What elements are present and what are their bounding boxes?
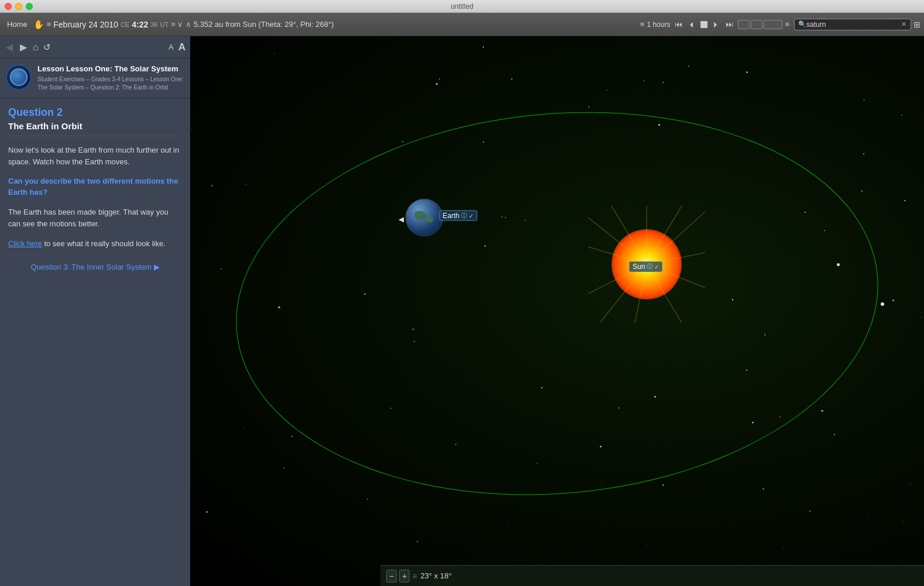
skip-end-button[interactable]: ⏭ [723, 19, 736, 29]
search-input[interactable] [806, 20, 900, 29]
star [784, 548, 785, 549]
svg-line-7 [647, 264, 682, 323]
earth-body [406, 199, 444, 237]
lesson-title-area: Lesson Lesson One: The Solar System Stud… [37, 64, 184, 92]
back-button[interactable]: ◀ [5, 40, 14, 54]
star [920, 317, 922, 319]
earth-label: Earth ⓘ ✓ [439, 211, 478, 221]
earth[interactable]: ◀ Earth ⓘ ✓ [406, 199, 444, 237]
star [274, 53, 276, 54]
main-view[interactable]: Sun ⓘ ✓ ◀ Earth ⓘ ✓ − + ≡ 23° x 18 [190, 36, 924, 586]
star [861, 190, 863, 191]
lesson-logo [6, 64, 32, 90]
navbar: ◀ ▶ ⌂ ↺ A A [0, 36, 190, 58]
fov-display: 23° x 18° [421, 571, 452, 580]
view-btn-1[interactable] [738, 20, 750, 29]
hand-icon[interactable]: ✋ [33, 19, 44, 30]
earth-check-icon[interactable]: ✓ [469, 212, 473, 219]
fov-minus-button[interactable]: − [386, 570, 397, 582]
space-canvas[interactable]: Sun ⓘ ✓ ◀ Earth ⓘ ✓ − + ≡ 23° x 18 [190, 36, 924, 586]
sun[interactable]: Sun ⓘ ✓ [612, 229, 682, 299]
svg-line-8 [635, 264, 647, 323]
lesson-content: Question 2 The Earth in Orbit Now let's … [0, 98, 190, 280]
earth-label-text: Earth [443, 212, 460, 220]
sun-check-icon[interactable]: ✓ [654, 264, 659, 270]
traffic-lights [5, 3, 33, 10]
minimize-button[interactable] [15, 3, 22, 10]
earth-land-2 [427, 217, 434, 223]
view-btn-full[interactable] [764, 20, 782, 29]
toolbar-hours: 1 hours [647, 20, 670, 29]
toolbar-time: 4:22 [132, 20, 148, 29]
home-label: Home [7, 20, 28, 29]
svg-line-0 [588, 218, 647, 264]
nav-home-button[interactable]: ⌂ [33, 42, 39, 53]
toolbar-seconds: 36 [150, 21, 157, 28]
question-link-area: Click here to see what it really should … [8, 238, 182, 249]
earth-arrow-icon: ◀ [399, 215, 404, 223]
font-large-button[interactable]: A [178, 42, 186, 53]
toolbar-location: 5.352 au from Sun (Theta: 29°, Phi: 268°… [194, 20, 334, 29]
forward-button[interactable]: ▶ [19, 40, 28, 54]
toolbar-date: February 24 [53, 20, 97, 29]
question-body: Now let's look at the Earth from much fu… [8, 144, 182, 168]
nav-refresh-button[interactable]: ↺ [43, 42, 51, 53]
svg-line-3 [647, 206, 682, 264]
star [243, 428, 245, 429]
sun-info-icon[interactable]: ⓘ [647, 263, 652, 271]
view-btn-2[interactable] [751, 20, 762, 29]
home-button[interactable]: Home [4, 19, 31, 30]
question-prompt: Can you describe the two different motio… [8, 176, 182, 198]
star [904, 200, 906, 202]
earth-info-icon[interactable]: ⓘ [461, 212, 467, 220]
star [868, 514, 868, 515]
bottom-bar: − + ≡ 23° x 18° [380, 565, 924, 586]
earth-land-1 [415, 211, 427, 220]
fov-plus-button[interactable]: + [399, 570, 410, 582]
star [688, 66, 689, 67]
next-button[interactable]: ⏵ [710, 19, 722, 29]
menu-icon[interactable]: ≡ [47, 20, 51, 29]
skip-start-button[interactable]: ⏮ [672, 19, 685, 29]
search-clear-button[interactable]: ✕ [901, 20, 906, 28]
star [402, 141, 403, 142]
star [607, 89, 608, 91]
question-title: The Earth in Orbit [8, 121, 182, 131]
stop-button[interactable] [700, 21, 707, 28]
star [762, 488, 764, 490]
view-menu-icon[interactable]: ≡ [640, 20, 645, 29]
orbit-ellipse [220, 86, 894, 520]
star [439, 78, 440, 80]
star [834, 434, 835, 435]
font-small-button[interactable]: A [169, 43, 174, 51]
sun-label: Sun ⓘ ✓ [629, 261, 662, 272]
play-controls: ⏮ ⏴ ⏵ ⏭ [672, 19, 736, 29]
toolbar-ce: CE [121, 21, 129, 28]
next-question-button[interactable]: Question 3: The Inner Solar System ▶ [8, 263, 182, 271]
star [662, 82, 664, 84]
view-buttons [738, 20, 782, 29]
star [588, 106, 589, 108]
toolbar: Home ✋ ≡ February 24 2010 CE 4:22 36 UT … [0, 13, 924, 36]
view-options-icon[interactable]: ≡ [785, 20, 789, 29]
star [283, 467, 284, 468]
fov-menu-icon[interactable]: ≡ [412, 571, 417, 581]
lesson-logo-inner [10, 68, 28, 86]
lesson-title: Lesson Lesson One: The Solar System [37, 64, 184, 74]
star [809, 511, 810, 512]
star [436, 83, 438, 85]
lesson-breadcrumb: Student Exercises – Grades 3-4 Lessons –… [37, 75, 184, 92]
click-here-link[interactable]: Click here [8, 239, 42, 248]
time-control-icons[interactable]: ≡ ∨ ∧ [171, 20, 191, 29]
toolbar-ut: UT [160, 21, 169, 28]
toolbar-year: 2010 [100, 20, 118, 29]
prev-button[interactable]: ⏴ [686, 19, 698, 29]
star [647, 546, 648, 546]
star [508, 521, 509, 522]
question-note: The Earth has been made bigger. That way… [8, 206, 182, 230]
star [746, 71, 748, 73]
maximize-button[interactable] [26, 3, 33, 10]
window-title: untitled [451, 2, 473, 11]
star [863, 99, 865, 101]
close-button[interactable] [5, 3, 12, 10]
